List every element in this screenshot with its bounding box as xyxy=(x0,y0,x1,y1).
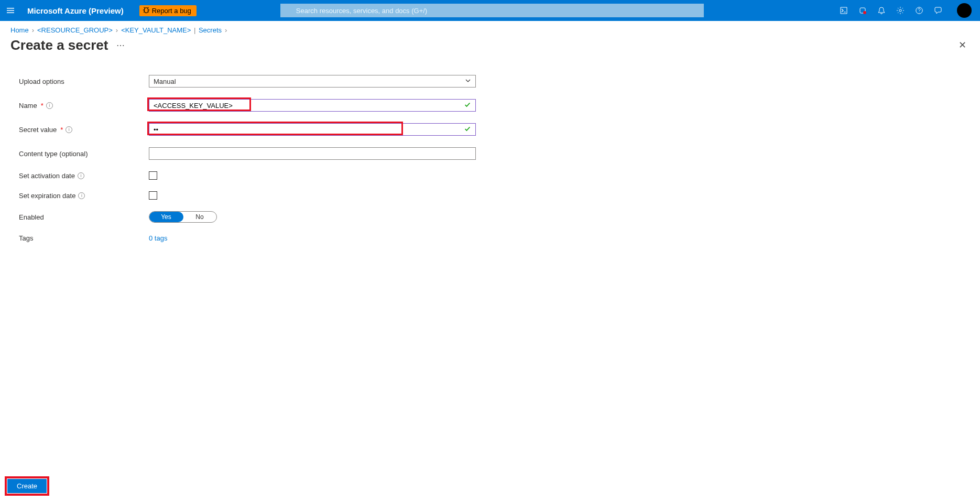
breadcrumb: Home › <RESOURCE_GROUP> › <KEY_VAULT_NAM… xyxy=(0,21,980,36)
page-title-row: Create a secret ⋯ ✕ xyxy=(0,36,980,54)
topbar-icons xyxy=(839,3,976,18)
report-bug-label: Report a bug xyxy=(152,7,191,15)
chevron-down-icon xyxy=(465,78,471,85)
create-button[interactable]: Create xyxy=(7,479,47,493)
enabled-yes[interactable]: Yes xyxy=(149,213,183,221)
more-actions-button[interactable]: ⋯ xyxy=(114,38,127,52)
content-type-label: Content type (optional) xyxy=(19,150,149,158)
chevron-right-icon: › xyxy=(32,26,34,34)
activation-date-label-text: Set activation date xyxy=(19,172,75,180)
portal-name[interactable]: Microsoft Azure (Preview) xyxy=(27,6,124,15)
info-icon[interactable]: i xyxy=(78,172,84,179)
content-type-input-wrap xyxy=(149,147,476,160)
svg-point-2 xyxy=(899,9,901,12)
enabled-label: Enabled xyxy=(19,213,149,221)
create-secret-form: Upload options Manual Name* i Secret val… xyxy=(0,54,980,242)
user-avatar[interactable] xyxy=(957,3,972,18)
enabled-no[interactable]: No xyxy=(183,213,216,221)
expiration-date-label-text: Set expiration date xyxy=(19,192,75,200)
tags-link[interactable]: 0 tags xyxy=(149,234,167,242)
global-search xyxy=(280,4,704,17)
page-title: Create a secret xyxy=(10,37,108,53)
enabled-toggle[interactable]: Yes No xyxy=(149,211,217,223)
close-button[interactable]: ✕ xyxy=(955,36,970,54)
info-icon[interactable]: i xyxy=(78,192,85,199)
copilot-icon[interactable] xyxy=(857,5,868,16)
secret-value-label-text: Secret value xyxy=(19,126,57,134)
svg-point-1 xyxy=(863,11,866,14)
notifications-icon[interactable] xyxy=(876,5,887,16)
footer: Create xyxy=(0,474,980,502)
check-icon xyxy=(464,101,471,110)
feedback-icon[interactable] xyxy=(933,5,943,16)
secret-value-label: Secret value* i xyxy=(19,126,149,134)
breadcrumb-keyvault-label: <KEY_VAULT_NAME> xyxy=(121,26,191,34)
name-input[interactable] xyxy=(154,100,455,111)
help-icon[interactable] xyxy=(914,5,924,16)
breadcrumb-resource-group[interactable]: <RESOURCE_GROUP> xyxy=(37,26,113,34)
content-type-input[interactable] xyxy=(154,148,455,159)
expiration-date-checkbox[interactable] xyxy=(149,191,157,200)
cloud-shell-icon[interactable] xyxy=(839,5,849,16)
expiration-date-label: Set expiration date i xyxy=(19,192,149,200)
report-bug-button[interactable]: Report a bug xyxy=(139,5,197,16)
tags-label: Tags xyxy=(19,234,149,242)
hamburger-menu-icon[interactable] xyxy=(4,4,17,17)
secret-value-input-wrap xyxy=(149,123,476,136)
name-label: Name* i xyxy=(19,102,149,110)
name-input-wrap xyxy=(149,99,476,112)
top-bar: Microsoft Azure (Preview) Report a bug xyxy=(0,0,980,21)
upload-options-label: Upload options xyxy=(19,78,149,85)
search-input[interactable] xyxy=(280,4,704,17)
check-icon xyxy=(464,125,471,134)
upload-options-select[interactable]: Manual xyxy=(149,75,476,88)
breadcrumb-secrets-label: Secrets xyxy=(199,26,222,34)
chevron-right-icon: › xyxy=(225,26,227,34)
info-icon[interactable]: i xyxy=(46,102,53,109)
info-icon[interactable]: i xyxy=(66,126,72,133)
name-label-text: Name xyxy=(19,102,37,110)
activation-date-label: Set activation date i xyxy=(19,172,149,180)
breadcrumb-keyvault-secrets[interactable]: <KEY_VAULT_NAME> | Secrets xyxy=(121,26,222,34)
secret-value-input[interactable] xyxy=(154,124,455,135)
activation-date-checkbox[interactable] xyxy=(149,171,157,180)
chevron-right-icon: › xyxy=(116,26,118,34)
settings-icon[interactable] xyxy=(895,5,906,16)
breadcrumb-home[interactable]: Home xyxy=(10,26,29,34)
upload-options-value: Manual xyxy=(154,78,176,85)
